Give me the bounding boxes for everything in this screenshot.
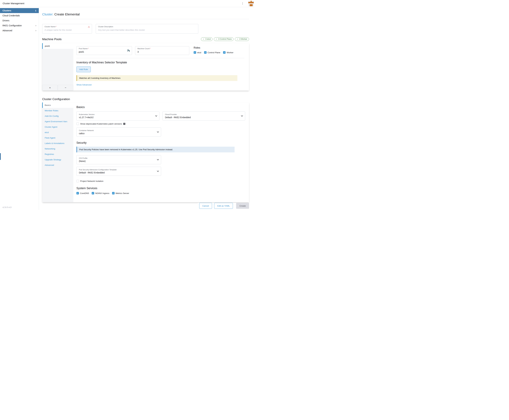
- metrics-server-checkbox[interactable]: ✓ Metrics Server: [112, 192, 129, 195]
- kubernetes-version-select[interactable]: Kubernetes Version v1.27.7+rke2r2: [76, 112, 159, 120]
- tab-etcd[interactable]: etcd: [42, 130, 73, 135]
- tab-fleet-agent[interactable]: Fleet Agent: [42, 135, 73, 141]
- select-value: v1.27.7+rke2r2: [79, 116, 95, 119]
- sidebar-item-label: RKE1 Configuration: [2, 24, 22, 27]
- tab-upgrade-strategy[interactable]: Upgrade Strategy: [42, 157, 73, 162]
- check-icon: ✓: [224, 52, 225, 53]
- left-edge-accent: [0, 153, 1, 160]
- sidebar-item-label: Cloud Credentials: [2, 14, 20, 17]
- checkbox: [76, 122, 79, 125]
- checkbox: [76, 180, 79, 182]
- checkbox: ✓: [223, 51, 225, 54]
- select-label: CIS Profile: [79, 157, 88, 159]
- machine-count-field[interactable]: Machine Count* 3: [135, 46, 189, 55]
- role-control-plane-checkbox[interactable]: ✓ Control Plane: [204, 51, 220, 54]
- select-label: Pod Security Admission Configuration Tem…: [79, 169, 117, 171]
- footer-actions: Cancel Edit as YAML Create: [198, 203, 249, 209]
- cluster-name-label: Cluster Name*: [45, 26, 90, 28]
- cancel-button[interactable]: Cancel: [199, 203, 212, 209]
- show-advanced-link[interactable]: Show Advanced: [76, 84, 91, 86]
- add-pool-button[interactable]: +: [42, 85, 58, 90]
- matches-banner: Matches all 3 existing Inventory of Mach…: [76, 75, 237, 81]
- select-value: Default - RKE2 Embedded: [165, 116, 191, 119]
- role-worker-checkbox[interactable]: ✓ Worker: [223, 51, 233, 54]
- checkbox-label: Worker: [227, 51, 233, 54]
- chevron-right-icon: ›: [36, 24, 36, 27]
- checkbox: ✓: [112, 192, 115, 195]
- pool-name-label: Pool Name*: [79, 48, 130, 50]
- role-etcd-checkbox[interactable]: ✓ etcd: [194, 51, 201, 54]
- tab-basics[interactable]: Basics: [42, 102, 73, 108]
- remove-pool-button[interactable]: −: [58, 85, 73, 90]
- psa-template-select[interactable]: Pod Security Admission Configuration Tem…: [76, 167, 161, 176]
- tab-agent-environment-vars[interactable]: Agent Environment Vars: [42, 119, 73, 124]
- sidebar-item-cloud-credentials[interactable]: Cloud Credentials: [0, 13, 39, 18]
- cloud-provider-select[interactable]: Cloud Provider Default - RKE2 Embedded: [163, 112, 245, 120]
- cluster-name-field[interactable]: Cluster Name* A unique name for the clus…: [42, 24, 92, 34]
- cluster-configuration-card: Basics Member Roles Add-On Config Agent …: [42, 102, 249, 202]
- sidebar: Clusters 1 Cloud Credentials Drivers RKE…: [0, 7, 39, 210]
- check-icon: ✓: [216, 38, 217, 40]
- checkbox: ✓: [76, 192, 79, 195]
- select-label: Cloud Provider: [165, 113, 191, 115]
- sidebar-item-clusters[interactable]: Clusters 1: [0, 8, 39, 13]
- chevron-down-icon: [241, 115, 243, 117]
- tab-networking[interactable]: Networking: [42, 146, 73, 151]
- tab-cluster-agent[interactable]: Cluster Agent: [42, 124, 73, 130]
- checkbox-label: Project Network Isolation: [80, 180, 103, 182]
- tab-member-roles[interactable]: Member Roles: [42, 108, 73, 113]
- select-label: Container Network: [79, 129, 94, 131]
- avatar-shape: [250, 4, 253, 6]
- check-icon: ✓: [204, 52, 206, 53]
- system-services-heading: System Services: [76, 187, 245, 190]
- tab-labels-annotations[interactable]: Labels & Annotations: [42, 141, 73, 146]
- app-title: Cluster Management: [3, 2, 24, 5]
- tab-advanced[interactable]: Advanced: [42, 162, 73, 168]
- show-deprecated-versions-checkbox[interactable]: Show deprecated Kubernetes patch version…: [76, 122, 245, 125]
- page-title: Cluster:Create Elemental: [42, 12, 249, 16]
- sidebar-item-advanced[interactable]: Advanced ›: [0, 28, 39, 33]
- pool-name-field[interactable]: Pool Name* pool1: [76, 46, 132, 55]
- cis-profile-select[interactable]: CIS Profile (None): [76, 155, 161, 164]
- cluster-configuration-heading: Cluster Configuration: [42, 98, 249, 101]
- sidebar-item-label: Clusters: [2, 9, 11, 12]
- name-generator-icon[interactable]: [128, 49, 130, 52]
- pool-tabs-fill: [42, 49, 73, 85]
- user-avatar[interactable]: [248, 1, 254, 6]
- tab-add-on-config[interactable]: Add-On Config: [42, 113, 73, 119]
- chevron-down-icon: [157, 170, 159, 172]
- avatar-shape: [248, 2, 254, 3]
- check-icon: ✓: [203, 38, 204, 40]
- checkbox-label: NGINX Ingress: [95, 192, 109, 195]
- select-value: calico: [79, 132, 94, 135]
- check-icon: ✓: [112, 192, 114, 194]
- machine-pools-card: pool1 + − Pool Name* pool1 Machine Count…: [42, 43, 249, 90]
- config-tabs-column: Basics Member Roles Add-On Config Agent …: [42, 102, 73, 202]
- edit-as-yaml-button[interactable]: Edit as YAML: [214, 203, 233, 209]
- add-rule-button[interactable]: Add Rule: [76, 67, 91, 72]
- kebab-menu-icon[interactable]: ⋮: [241, 2, 244, 5]
- checkbox: ✓: [204, 51, 207, 54]
- project-network-isolation-checkbox[interactable]: Project Network Isolation: [76, 180, 245, 182]
- badge-label: 3 Control Plane: [218, 38, 232, 40]
- app-window: Cluster Management ⋮ Clusters 1 Cloud Cr…: [0, 0, 254, 210]
- warning-icon: ⚠: [88, 26, 90, 28]
- checkbox-label: Show deprecated Kubernetes patch version…: [80, 123, 122, 125]
- sidebar-item-drivers[interactable]: Drivers: [0, 18, 39, 23]
- control-plane-count-badge: ✓ 3 Control Plane: [214, 37, 233, 41]
- divider: [76, 58, 244, 58]
- select-label: Kubernetes Version: [79, 113, 95, 115]
- select-value: (None): [79, 160, 88, 162]
- sidebar-item-label: Advanced: [2, 29, 12, 32]
- container-network-select[interactable]: Container Network calico: [76, 128, 161, 136]
- config-form-pane: Basics Kubernetes Version v1.27.7+rke2r2…: [73, 102, 249, 202]
- checkbox-label: Control Plane: [208, 51, 220, 54]
- coredns-checkbox[interactable]: ✓ CoreDNS: [76, 192, 89, 195]
- checkbox: ✓: [92, 192, 94, 195]
- create-button[interactable]: Create: [236, 203, 249, 209]
- pool-tab-pool1[interactable]: pool1: [42, 43, 73, 49]
- tab-registries[interactable]: Registries: [42, 151, 73, 157]
- nginx-ingress-checkbox[interactable]: ✓ NGINX Ingress: [92, 192, 109, 195]
- sidebar-item-rke1-configuration[interactable]: RKE1 Configuration ›: [0, 23, 39, 28]
- cluster-description-field[interactable]: Cluster Description Any text you want th…: [96, 24, 198, 34]
